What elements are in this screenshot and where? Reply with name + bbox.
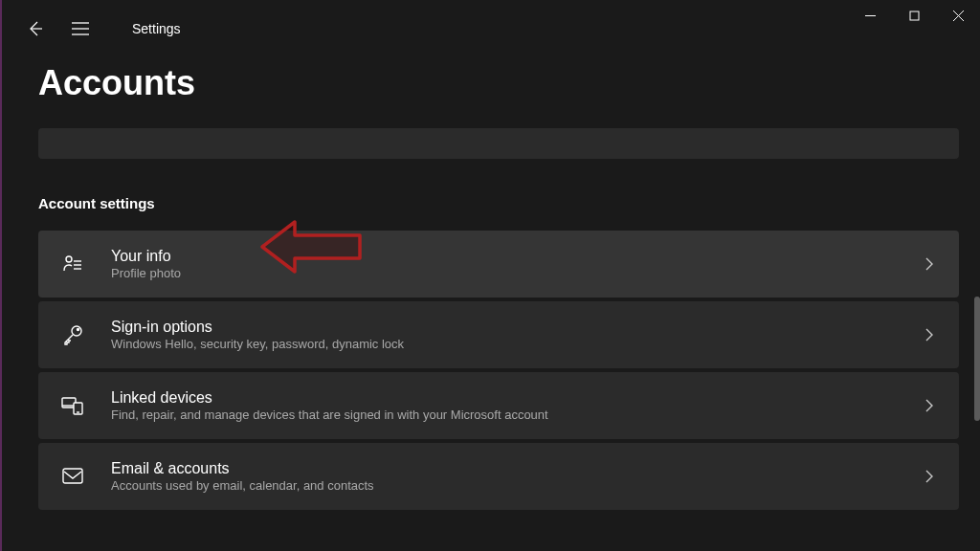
key-icon — [61, 323, 84, 346]
close-button[interactable] — [936, 0, 980, 31]
card-title: Email & accounts — [111, 460, 896, 477]
chevron-right-icon — [923, 470, 936, 483]
chevron-right-icon — [923, 399, 936, 412]
app-title: Settings — [132, 21, 181, 36]
card-title: Your info — [111, 248, 896, 265]
card-text: Linked devices Find, repair, and manage … — [111, 389, 896, 422]
linked-devices-card[interactable]: Linked devices Find, repair, and manage … — [38, 372, 959, 439]
card-subtitle: Accounts used by email, calendar, and co… — [111, 478, 896, 493]
content-area: Account settings Your info Profile photo — [2, 113, 980, 510]
back-button[interactable] — [23, 17, 46, 40]
card-subtitle: Find, repair, and manage devices that ar… — [111, 408, 896, 422]
window-controls — [848, 0, 980, 31]
svg-rect-18 — [63, 469, 82, 483]
card-text: Sign-in options Windows Hello, security … — [111, 319, 896, 351]
chevron-right-icon — [923, 328, 936, 342]
card-subtitle: Profile photo — [111, 266, 896, 280]
your-info-card[interactable]: Your info Profile photo — [38, 231, 959, 298]
card-text: Email & accounts Accounts used by email,… — [111, 460, 896, 493]
email-accounts-card[interactable]: Email & accounts Accounts used by email,… — [38, 443, 959, 510]
partial-card-top[interactable] — [38, 128, 959, 159]
page-title: Accounts — [2, 50, 980, 113]
scrollbar-thumb[interactable] — [974, 297, 980, 421]
chevron-right-icon — [923, 257, 936, 271]
mail-icon — [61, 465, 84, 488]
svg-point-13 — [78, 329, 79, 331]
header-bar: Settings — [2, 0, 980, 50]
svg-point-12 — [72, 326, 81, 336]
section-title: Account settings — [38, 195, 959, 211]
svg-rect-1 — [910, 11, 919, 20]
person-card-icon — [61, 253, 84, 276]
card-title: Sign-in options — [111, 319, 896, 336]
maximize-button[interactable] — [892, 0, 936, 31]
menu-button[interactable] — [69, 17, 92, 40]
svg-point-8 — [66, 256, 72, 262]
card-subtitle: Windows Hello, security key, password, d… — [111, 337, 896, 351]
signin-options-card[interactable]: Sign-in options Windows Hello, security … — [38, 301, 959, 368]
card-text: Your info Profile photo — [111, 248, 896, 280]
minimize-button[interactable] — [848, 0, 892, 31]
card-title: Linked devices — [111, 389, 896, 407]
devices-icon — [61, 394, 84, 417]
